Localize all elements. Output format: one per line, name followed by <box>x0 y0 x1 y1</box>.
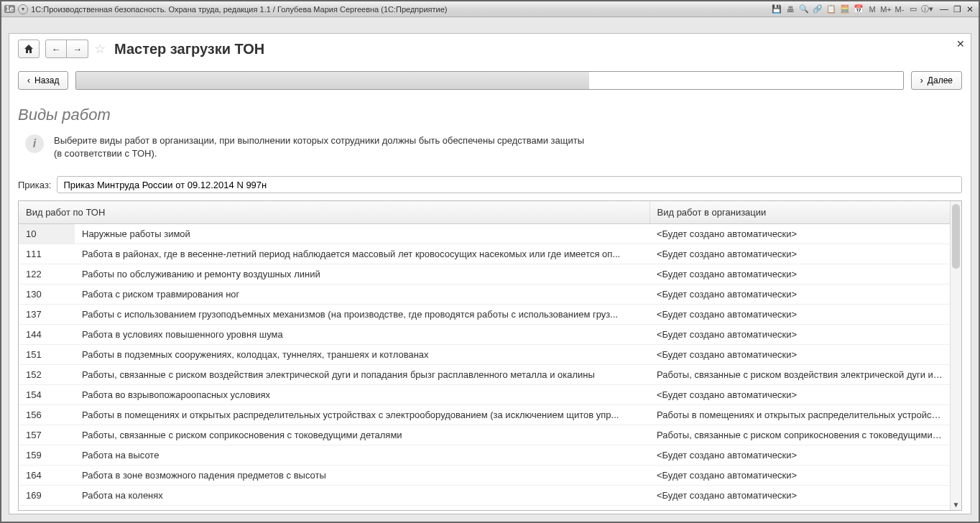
calendar-icon[interactable]: 📅 <box>853 4 864 15</box>
page-close-button[interactable]: ✕ <box>956 38 965 50</box>
app-menu-dropdown[interactable]: ▾ <box>18 4 28 14</box>
info-icon: i <box>25 134 44 153</box>
cell-description: Работа в зоне возможного падения предмет… <box>75 466 650 486</box>
close-window-button[interactable]: ✕ <box>964 4 976 15</box>
cell-description: Работа в районах, где в весенне-летний п… <box>75 244 650 264</box>
cell-org: Работы, связанные с риском воздействия э… <box>650 365 950 385</box>
wizard-progress-bar <box>75 71 903 90</box>
cell-org: Работы, связанные с риском соприкосновен… <box>650 425 950 445</box>
wizard-back-button[interactable]: ‹ Назад <box>18 71 68 90</box>
table-row[interactable]: 154Работа во взрывопожароопасных условия… <box>19 385 950 405</box>
save-icon[interactable]: 💾 <box>771 4 782 15</box>
m-plus-button[interactable]: M+ <box>880 4 892 15</box>
nav-back-button[interactable]: ← <box>45 40 67 58</box>
panels-icon[interactable]: ▭ <box>907 4 919 15</box>
wizard-next-button[interactable]: › Далее <box>911 71 962 90</box>
cell-code: 10 <box>19 224 75 244</box>
cell-code: 111 <box>19 244 75 264</box>
table-row[interactable]: 151Работы в подземных сооружениях, колод… <box>19 345 950 365</box>
copy-icon[interactable]: 📋 <box>826 4 837 15</box>
info-dropdown-icon[interactable]: ⓘ▾ <box>921 4 933 15</box>
home-button[interactable] <box>18 40 40 58</box>
cell-org: <Будет создано автоматически> <box>650 284 950 305</box>
table-row[interactable]: 137Работы с использованием грузоподъемны… <box>19 305 950 325</box>
cell-org: <Будет создано автоматически> <box>650 486 950 506</box>
table-row[interactable]: 130Работа с риском травмирования ног<Буд… <box>19 284 950 305</box>
cell-org: <Будет создано автоматически> <box>650 345 950 365</box>
cell-description: Наружные работы зимой <box>75 224 650 244</box>
cell-description: Работы, связанные с риском соприкосновен… <box>75 425 650 445</box>
chevron-right-icon: › <box>920 75 923 85</box>
cell-description: Работы по обслуживанию и ремонту воздушн… <box>75 264 650 284</box>
cell-code: 164 <box>19 466 75 486</box>
cell-org: <Будет создано автоматически> <box>650 385 950 405</box>
order-field[interactable]: Приказ Минтруда России от 09.12.2014 N 9… <box>57 176 962 193</box>
logo-1c: 1e <box>4 5 15 13</box>
scrollbar-thumb[interactable] <box>952 204 960 269</box>
system-toolbar: 💾 🖶 🔍 🔗 📋 🧮 📅 M M+ M- ▭ ⓘ▾ <box>771 4 933 15</box>
nav-forward-button[interactable]: → <box>67 40 88 58</box>
cell-code: 151 <box>19 345 75 365</box>
page-content: ✕ ← → ☆ Мастер загрузки ТОН ‹ Назад › Да… <box>9 33 971 514</box>
favorite-star-icon[interactable]: ☆ <box>94 41 106 57</box>
vertical-scrollbar[interactable]: ▼ <box>950 201 961 510</box>
cell-code: 122 <box>19 264 75 284</box>
cell-org: <Будет создано автоматически> <box>650 264 950 284</box>
wizard-back-label: Назад <box>34 75 59 85</box>
work-types-table: Вид работ по ТОН Вид работ в организации… <box>18 200 962 511</box>
order-value: Приказ Минтруда России от 09.12.2014 N 9… <box>63 180 267 190</box>
cell-description: Работа с риском травмирования ног <box>75 284 650 305</box>
cell-description: Работы в подземных сооружениях, колодцах… <box>75 345 650 365</box>
print-icon[interactable]: 🖶 <box>785 4 796 15</box>
table-row[interactable]: 169Работа на коленях<Будет создано автом… <box>19 486 950 506</box>
cell-org: <Будет создано автоматически> <box>650 224 950 244</box>
cell-org: <Будет создано автоматически> <box>650 445 950 466</box>
cell-description: Работа в условиях повышенного уровня шум… <box>75 325 650 345</box>
cell-code: 169 <box>19 486 75 506</box>
cell-description: Работы в помещениях и открытых распредел… <box>75 405 650 425</box>
cell-description: Работы, связанные с риском воздействия э… <box>75 365 650 385</box>
order-label: Приказ: <box>18 180 51 190</box>
section-title: Виды работ <box>18 106 962 124</box>
table-row[interactable]: 10Наружные работы зимой<Будет создано ав… <box>19 224 950 244</box>
cell-code: 144 <box>19 325 75 345</box>
cell-org: Работы в помещениях и открытых распредел… <box>650 405 950 425</box>
chevron-left-icon: ‹ <box>27 75 30 85</box>
table-row[interactable]: 164Работа в зоне возможного падения пред… <box>19 466 950 486</box>
table-row[interactable]: 111Работа в районах, где в весенне-летни… <box>19 244 950 264</box>
minimize-button[interactable]: — <box>938 4 950 15</box>
calculator-icon[interactable]: 🧮 <box>839 4 851 15</box>
cell-org: <Будет создано автоматически> <box>650 325 950 345</box>
table-row[interactable]: 156Работы в помещениях и открытых распре… <box>19 405 950 425</box>
maximize-button[interactable]: ❐ <box>951 4 963 15</box>
cell-description: Работа на коленях <box>75 486 650 506</box>
window-title: 1С:Производственная безопасность. Охрана… <box>31 5 447 14</box>
m-button[interactable]: M <box>866 4 878 15</box>
cell-code: 154 <box>19 385 75 405</box>
titlebar: 1e ▾ 1С:Производственная безопасность. О… <box>1 1 979 17</box>
cell-description: Работа во взрывопожароопасных условиях <box>75 385 650 405</box>
hint-line-1: Выберите виды работ в организации, при в… <box>54 134 584 147</box>
m-minus-button[interactable]: M- <box>894 4 905 15</box>
table-row[interactable]: 159Работа на высоте<Будет создано автома… <box>19 445 950 466</box>
cell-org: <Будет создано автоматически> <box>650 305 950 325</box>
cell-code: 130 <box>19 284 75 305</box>
preview-icon[interactable]: 🔍 <box>798 4 810 15</box>
cell-org: <Будет создано автоматически> <box>650 466 950 486</box>
table-row[interactable]: 157Работы, связанные с риском соприкосно… <box>19 425 950 445</box>
table-row[interactable]: 152Работы, связанные с риском воздействи… <box>19 365 950 385</box>
cell-code: 159 <box>19 445 75 466</box>
column-header-ton[interactable]: Вид работ по ТОН <box>19 201 650 224</box>
table-row[interactable]: 122Работы по обслуживанию и ремонту возд… <box>19 264 950 284</box>
wizard-next-label: Далее <box>928 75 953 85</box>
app-window: 1e ▾ 1С:Производственная безопасность. О… <box>0 0 980 523</box>
cell-code: 157 <box>19 425 75 445</box>
table-row[interactable]: 144Работа в условиях повышенного уровня … <box>19 325 950 345</box>
hint-line-2: (в соответствии с ТОН). <box>54 147 584 160</box>
page-title: Мастер загрузки ТОН <box>114 41 264 57</box>
home-icon <box>23 43 34 55</box>
link-icon[interactable]: 🔗 <box>812 4 823 15</box>
scroll-down-arrow[interactable]: ▼ <box>951 501 961 509</box>
column-header-org[interactable]: Вид работ в организации <box>650 201 950 224</box>
cell-code: 156 <box>19 405 75 425</box>
